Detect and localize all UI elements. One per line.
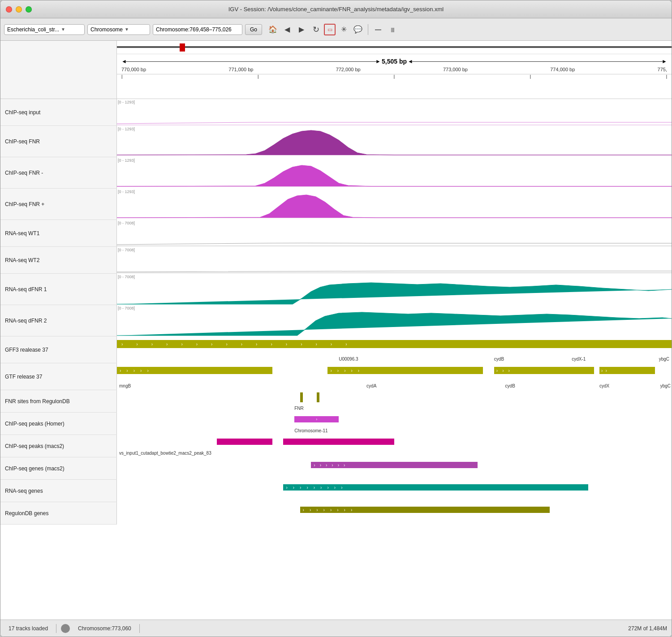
scale-line: [126, 61, 376, 62]
scale-rna-wt2: [0 - 7008]: [118, 248, 135, 252]
track-data-chip-input[interactable]: [0 - 1293]: [117, 99, 672, 126]
gtf-block-cydx: ››: [599, 367, 655, 374]
forward-icon[interactable]: ▶: [295, 23, 308, 36]
track-data-regulondb-genes[interactable]: ››››››››: [117, 502, 672, 525]
track-row-gff3: GFF3 realease 37 ›››››››››››››››› U00096…: [0, 336, 672, 363]
tick-marks: |||||: [117, 74, 672, 77]
track-row: RNA-seq dFNR 1 [0 - 7008]: [0, 274, 672, 305]
coverage-svg-chip-fnr-minus: [117, 157, 672, 189]
ruler-label-panel: [0, 41, 117, 99]
status-chromosome: Chromosome:773,060: [74, 625, 135, 632]
track-label-gtf: GTF release 37: [0, 363, 117, 390]
track-data-fnr-sites[interactable]: FNR: [117, 390, 672, 413]
toolbar-separator-1: [368, 24, 368, 35]
track-data-rna-wt1[interactable]: [0 - 7008]: [117, 220, 672, 247]
chromosome-selector[interactable]: Chromosome ▼: [87, 24, 150, 35]
track-data-rna-genes[interactable]: ›››››››››: [117, 480, 672, 502]
track-row: RNA-seq dFNR 2 [0 - 7008]: [0, 305, 672, 336]
toolbar-icons: 🏠 ◀ ▶ ↻ ▭ ✳ 💬 — ||||: [267, 23, 399, 36]
title-bar: IGV - Session: /Volumes/clone_caminante/…: [0, 0, 672, 18]
track-data-gff3[interactable]: ›››››››››››››››› U00096.3 cydB cydX-1 yb…: [117, 336, 672, 363]
bp-label-4: 774,000 bp: [550, 67, 575, 72]
track-row: RNA-seq WT1 [0 - 7008]: [0, 220, 672, 247]
refresh-icon[interactable]: ↻: [310, 23, 322, 36]
track-data-chip-fnr-minus[interactable]: [0 - 1293]: [117, 157, 672, 189]
rna-genes-block: ›››››››››: [283, 484, 588, 491]
ruler-panel[interactable]: 5,505 bp 770,000 bp 771,000 bp 772,000 b…: [117, 41, 672, 99]
fnr-label: FNR: [294, 406, 304, 411]
gff3-gene-block: ››››››››››››››››: [117, 340, 672, 348]
position-marker: [180, 43, 185, 52]
coverage-svg-chip-input: [117, 99, 672, 126]
coverage-svg-chip-fnr-plus: [117, 189, 672, 220]
track-row: RNA-seq WT2 [0 - 7008]: [0, 247, 672, 274]
bp-label-5: 775,: [658, 67, 667, 72]
gff3-label-u00096: U00096.3: [339, 357, 358, 362]
balloon-icon[interactable]: 💬: [352, 23, 364, 36]
homer-peak: ›: [294, 416, 339, 422]
scale-line-right: [412, 61, 663, 62]
track-data-chip-genes-macs2[interactable]: ››››››: [117, 457, 672, 480]
select-icon[interactable]: ▭: [324, 24, 336, 35]
track-label-chip-fnr-minus: ChIP-seq FNR -: [0, 157, 117, 188]
window-controls: [6, 6, 32, 13]
gtf-block-mngb: ›››››: [117, 367, 272, 374]
track-row: ChIP-seq FNR [0 - 1293]: [0, 126, 672, 157]
scale-label: 5,505 bp: [376, 58, 412, 65]
track-data-rna-wt2[interactable]: [0 - 7008]: [117, 247, 672, 274]
track-label-chip-fnr-plus: ChIP-seq FNR +: [0, 189, 117, 220]
ruler-section: 5,505 bp 770,000 bp 771,000 bp 772,000 b…: [0, 41, 672, 99]
zoom-out-icon[interactable]: —: [372, 23, 384, 36]
gtf-label-cyda: cydA: [366, 383, 376, 388]
maximize-button[interactable]: [26, 6, 32, 13]
track-label-rna-wt1: RNA-seq WT1: [0, 220, 117, 246]
track-data-gtf[interactable]: ››››› ››››› ›››: [117, 363, 672, 390]
minimize-button[interactable]: [16, 6, 22, 13]
window-title: IGV - Session: /Volumes/clone_caminante/…: [228, 6, 444, 13]
gff3-label-cydx1: cydX-1: [572, 357, 586, 362]
define-region-icon[interactable]: ✳: [337, 23, 350, 36]
track-data-chip-peaks-macs2[interactable]: vs_input1_cutadapt_bowtie2_macs2_peak_83: [117, 435, 672, 457]
go-button[interactable]: Go: [245, 24, 262, 35]
gtf-label-cydb: cydB: [505, 383, 515, 388]
bp-label-3: 773,000 bp: [443, 67, 468, 72]
track-data-rna-dfnr2[interactable]: [0 - 7008]: [117, 305, 672, 336]
track-label-chip-peaks-macs2: ChIP-seq peaks (macs2): [0, 435, 117, 457]
track-label-regulondb-genes: RegulonDB genes: [0, 502, 117, 524]
track-label-chip-genes-macs2: ChIP-seq genes (macs2): [0, 457, 117, 479]
track-data-chip-peaks-homer[interactable]: › Chromosome-11: [117, 413, 672, 435]
home-icon[interactable]: 🏠: [267, 23, 279, 36]
location-input[interactable]: [153, 24, 242, 35]
genome-dropdown-arrow: ▼: [61, 27, 65, 32]
chromosome-overview: [117, 41, 672, 54]
track-label-rna-genes: RNA-seq genes: [0, 480, 117, 502]
track-label-chip-fnr: ChIP-seq FNR: [0, 126, 117, 157]
genome-selector[interactable]: Escherichia_coli_str... ▼: [4, 24, 85, 35]
genome-label: Escherichia_coli_str...: [7, 26, 59, 33]
status-memory: 272M of 1,484M: [628, 625, 667, 632]
track-data-chip-fnr-plus[interactable]: [0 - 1293]: [117, 189, 672, 220]
track-label-rna-dfnr1: RNA-seq dFNR 1: [0, 274, 117, 305]
track-row-chip-peaks-macs2: ChIP-seq peaks (macs2) vs_input1_cutadap…: [0, 435, 672, 457]
scale-chip-input: [0 - 1293]: [118, 100, 135, 104]
status-divider-2: [139, 624, 140, 633]
close-button[interactable]: [6, 6, 12, 13]
gtf-block-cydb: ›››: [494, 367, 594, 374]
back-icon[interactable]: ◀: [281, 23, 293, 36]
track-row-rna-genes: RNA-seq genes ›››››››››: [0, 480, 672, 502]
track-data-rna-dfnr1[interactable]: [0 - 7008]: [117, 274, 672, 305]
gtf-label-ybgc: ybgC: [660, 383, 671, 388]
zoom-bar[interactable]: ||||: [386, 23, 399, 36]
scale-chip-fnr-plus: [0 - 1293]: [118, 189, 135, 194]
track-row: ChIP-seq FNR + [0 - 1293]: [0, 189, 672, 220]
scale-rna-wt1: [0 - 7008]: [118, 221, 135, 225]
gff3-label-cydb: cydB: [494, 357, 504, 362]
chrom-line: [117, 46, 672, 48]
chip-genes-macs2-block: ››››››: [311, 462, 477, 468]
track-data-chip-fnr[interactable]: [0 - 1293]: [117, 126, 672, 157]
toolbar: Escherichia_coli_str... ▼ Chromosome ▼ G…: [0, 18, 672, 41]
coverage-svg-rna-dfnr2: [117, 305, 672, 336]
gtf-label-cydx: cydX: [599, 383, 609, 388]
chromosome-label: Chromosome: [90, 26, 123, 33]
coverage-svg-rna-wt1: [117, 220, 672, 247]
